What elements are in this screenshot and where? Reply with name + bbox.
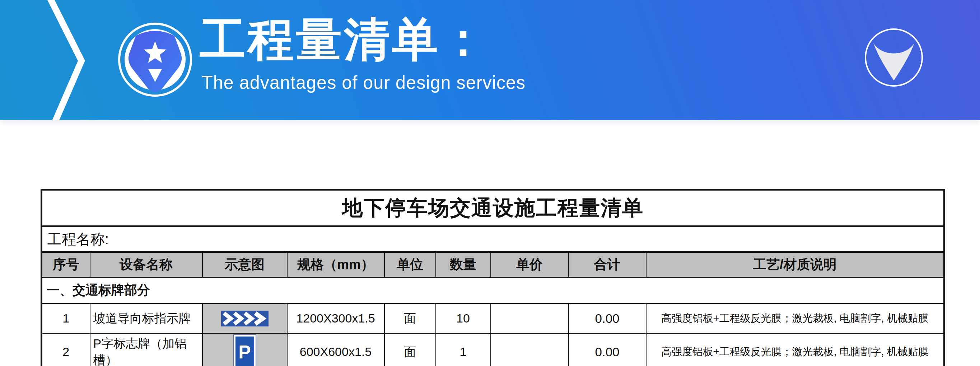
col-header-unit-price: 单价	[491, 252, 569, 278]
col-header-name: 设备名称	[90, 252, 202, 278]
col-header-material: 工艺/材质说明	[646, 252, 945, 278]
bill-of-quantities-document: 地下停车场交通设施工程量清单 工程名称: 序号 设备名称 示意图 规格（mm） …	[41, 189, 943, 366]
project-name-label: 工程名称:	[41, 227, 945, 252]
table-row: 2 P字标志牌（加铝槽） P 600X600x1.5 面 1 0.00 高强度铝…	[41, 334, 945, 366]
table-row: 1 坡道导向标指示牌 1200X300x1.5 面 10 0.00 高强度铝板+…	[41, 304, 945, 334]
parking-sign-icon: P	[233, 334, 256, 366]
cell-unit-price	[491, 334, 569, 366]
cell-unit: 面	[385, 334, 436, 366]
ramp-chevrons-icon	[221, 311, 269, 326]
cell-diagram	[202, 304, 287, 334]
cell-qty: 1	[436, 334, 491, 366]
cell-unit: 面	[385, 304, 436, 334]
cell-name: P字标志牌（加铝槽）	[90, 334, 202, 366]
chevron-down-button[interactable]	[862, 26, 925, 89]
header-banner: 工程量清单： The advantages of our design serv…	[0, 0, 980, 120]
cell-unit-price	[491, 304, 569, 334]
cell-diagram: P	[202, 334, 287, 366]
table-body: 地下停车场交通设施工程量清单 工程名称: 序号 设备名称 示意图 规格（mm） …	[41, 190, 945, 366]
boq-table: 地下停车场交通设施工程量清单 工程名称: 序号 设备名称 示意图 规格（mm） …	[41, 189, 945, 366]
col-header-qty: 数量	[436, 252, 491, 278]
col-header-total: 合计	[569, 252, 646, 278]
chevron-down-icon	[873, 43, 914, 80]
project-name-row: 工程名称:	[41, 227, 945, 252]
col-header-no: 序号	[41, 252, 90, 278]
cell-no: 2	[41, 334, 90, 366]
banner-subtitle: The advantages of our design services	[202, 71, 689, 93]
cell-total: 0.00	[569, 304, 646, 334]
col-header-spec: 规格（mm）	[287, 252, 385, 278]
column-header-row: 序号 设备名称 示意图 规格（mm） 单位 数量 单价 合计 工艺/材质说明	[41, 252, 945, 278]
cell-total: 0.00	[569, 334, 646, 366]
cell-spec: 1200X300x1.5	[287, 304, 385, 334]
col-header-unit: 单位	[385, 252, 436, 278]
section-header-row: 一、交通标牌部分	[41, 278, 945, 304]
col-header-diagram: 示意图	[202, 252, 287, 278]
cell-material-desc: 高强度铝板+工程级反光膜；激光裁板, 电脑割字, 机械贴膜	[646, 304, 945, 334]
section-header-label: 一、交通标牌部分	[41, 278, 945, 304]
cell-spec: 600X600x1.5	[287, 334, 385, 366]
table-title-row: 地下停车场交通设施工程量清单	[41, 190, 945, 227]
cell-no: 1	[41, 304, 90, 334]
cell-qty: 10	[436, 304, 491, 334]
banner-title: 工程量清单：	[200, 11, 702, 68]
cell-name: 坡道导向标指示牌	[90, 304, 202, 334]
star-pin-logo-icon	[116, 20, 194, 99]
table-title: 地下停车场交通设施工程量清单	[41, 190, 945, 227]
cell-material-desc: 高强度铝板+工程级反光膜；激光裁板, 电脑割字, 机械贴膜	[646, 334, 945, 366]
